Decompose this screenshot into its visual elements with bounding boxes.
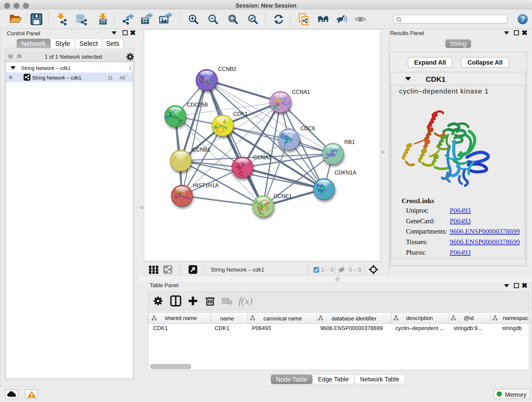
svg-text:stringdb: stringdb — [502, 325, 522, 331]
svg-text:CCNB2: CCNB2 — [218, 66, 236, 72]
svg-text:HIST1H1A: HIST1H1A — [193, 182, 219, 188]
svg-text:canonical name: canonical name — [264, 315, 302, 322]
svg-text:CDK1: CDK1 — [233, 111, 248, 117]
svg-text:database identifier: database identifier — [331, 315, 376, 322]
svg-text:CDKN1A: CDKN1A — [335, 170, 356, 176]
svg-text:stringdb:9...: stringdb:9... — [453, 325, 482, 331]
svg-text:shared name: shared name — [165, 315, 197, 321]
svg-text:CCNA2: CCNA2 — [253, 154, 272, 160]
svg-text:cyclin–dependent ...: cyclin–dependent ... — [395, 325, 444, 331]
svg-text:P06493: P06493 — [252, 325, 271, 331]
svg-text:name: name — [220, 315, 234, 322]
svg-text:0 – 0: 0 – 0 — [349, 267, 361, 273]
svg-text:description: description — [406, 315, 433, 321]
svg-text:RB1: RB1 — [344, 139, 355, 145]
svg-text:9606.ENSP00000378699: 9606.ENSP00000378699 — [320, 325, 383, 331]
svg-text:CCNB1: CCNB1 — [192, 147, 210, 153]
svg-text:CDC25B: CDC25B — [187, 102, 208, 108]
svg-text:CCNE1: CCNE1 — [273, 193, 292, 199]
svg-text:CCNA1: CCNA1 — [292, 89, 310, 95]
svg-text:CDC6: CDC6 — [300, 125, 315, 131]
svg-text:namespac: namespac — [503, 315, 528, 321]
svg-text:CDK1: CDK1 — [153, 325, 168, 331]
svg-text:f(x): f(x) — [239, 295, 253, 306]
svg-text:CDK1: CDK1 — [215, 325, 229, 331]
svg-text:@id: @id — [464, 315, 474, 321]
svg-text:String Network – cdk1: String Network – cdk1 — [210, 267, 264, 273]
svg-text:1 – 0: 1 – 0 — [321, 267, 333, 273]
